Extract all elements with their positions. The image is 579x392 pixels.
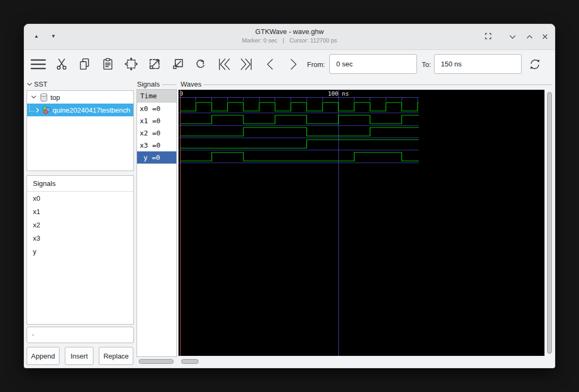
signal-name-list[interactable]: Time x0 =0 x1 =0 x2 =0 x3 =0 y =0 xyxy=(137,89,177,357)
tree-connector xyxy=(29,105,35,112)
wave-trace-x0 xyxy=(180,103,419,111)
zoom-in-icon xyxy=(147,57,163,71)
signal-list-hscrollbar[interactable] xyxy=(139,359,174,364)
component-icon xyxy=(41,105,51,115)
signal-list-label: Signals xyxy=(137,80,160,88)
window-title: GTKWave - wave.ghw xyxy=(24,28,555,36)
signal-row-x1[interactable]: x1 =0 xyxy=(137,115,176,127)
wave-vscrollbar[interactable] xyxy=(547,92,552,354)
undo-icon xyxy=(193,57,208,71)
wave-trace-x2 xyxy=(180,127,419,136)
zoom-out-button[interactable] xyxy=(170,57,186,71)
waves-header: Waves xyxy=(181,80,552,88)
keep-above-button[interactable] xyxy=(483,31,493,41)
copy-button[interactable] xyxy=(78,57,91,71)
zoom-in-button[interactable] xyxy=(147,57,163,71)
from-input[interactable] xyxy=(329,54,417,74)
signal-list-header: Signals xyxy=(137,80,176,88)
skip-to-end-icon xyxy=(239,57,254,72)
time-header[interactable]: Time xyxy=(137,90,176,103)
cut-icon xyxy=(55,57,69,71)
statusline: Marker: 0 sec|Cursor: 112700 ps xyxy=(24,37,555,44)
reload-button[interactable] xyxy=(527,57,543,72)
search-input[interactable] xyxy=(38,327,133,343)
signal-item-x2[interactable]: x2 xyxy=(27,218,133,232)
copy-icon xyxy=(78,57,91,71)
sst-label: SST xyxy=(34,80,47,88)
expander-down-icon[interactable] xyxy=(31,95,37,99)
signal-item-y[interactable]: y xyxy=(27,245,133,258)
zoom-fit-button[interactable] xyxy=(123,57,139,71)
wave-canvas[interactable]: 0100 ns xyxy=(178,90,544,356)
wave-trace-x1 xyxy=(180,115,419,124)
titlebar[interactable]: ▲ ▼ GTKWave - wave.ghw Marker: 0 sec|Cur… xyxy=(24,24,555,50)
expander-down-icon[interactable] xyxy=(27,82,32,87)
expander-right-icon[interactable] xyxy=(36,107,40,113)
tree-item-label: quine20240417testbench xyxy=(53,106,130,114)
chevron-right-icon xyxy=(286,57,300,72)
paste-icon xyxy=(101,57,115,71)
skip-to-start-icon xyxy=(216,57,232,72)
reload-icon xyxy=(527,57,543,72)
maximize-button[interactable] xyxy=(525,34,534,40)
search-icon xyxy=(32,331,35,339)
replace-button[interactable]: Replace xyxy=(99,347,133,365)
minimize-button[interactable] xyxy=(508,34,517,40)
append-button[interactable]: Append xyxy=(27,347,59,365)
signal-item-x1[interactable]: x1 xyxy=(27,205,133,218)
next-edge-button[interactable] xyxy=(286,57,300,72)
close-icon xyxy=(541,33,549,40)
chevron-down-icon xyxy=(508,34,517,40)
keep-above-icon xyxy=(483,31,493,41)
zoom-fit-icon xyxy=(123,57,139,71)
chevron-left-icon xyxy=(263,57,277,72)
skip-to-start-button[interactable] xyxy=(216,57,232,72)
gtkwave-window: ▲ ▼ GTKWave - wave.ghw Marker: 0 sec|Cur… xyxy=(24,24,555,368)
status-separator: | xyxy=(283,37,284,44)
signal-item-x3[interactable]: x3 xyxy=(27,232,133,245)
insert-button[interactable]: Insert xyxy=(65,347,93,365)
prev-edge-button[interactable] xyxy=(263,57,277,72)
waveform-plot: 0100 ns xyxy=(178,90,544,356)
signal-row-x2[interactable]: x2 =0 xyxy=(137,127,176,139)
zoom-out-icon xyxy=(170,57,186,71)
wave-trace-y xyxy=(180,152,419,161)
signals-panel: Signals x0 x1 x2 x3 y xyxy=(27,175,134,325)
signal-row-y-selected[interactable]: y =0 xyxy=(137,151,176,164)
menu-button[interactable] xyxy=(30,58,46,71)
waves-label: Waves xyxy=(181,80,201,88)
cut-button[interactable] xyxy=(55,57,69,71)
signal-item-x0[interactable]: x0 xyxy=(27,192,133,205)
chevron-up-icon xyxy=(525,34,534,40)
from-label: From: xyxy=(307,61,325,69)
sst-tree[interactable]: top quine20240417testbench xyxy=(27,90,134,171)
signal-row-x0[interactable]: x0 =0 xyxy=(137,103,176,115)
signal-search[interactable] xyxy=(27,327,134,343)
to-label: To: xyxy=(422,61,431,69)
wave-hscrollbar[interactable] xyxy=(181,359,199,364)
close-button[interactable] xyxy=(541,33,549,40)
tree-item-top[interactable]: top xyxy=(27,91,133,104)
tree-item-label: top xyxy=(50,93,60,101)
cursor-status: Cursor: 112700 ps xyxy=(289,37,337,44)
tree-item-quine-selected[interactable]: quine20240417testbench xyxy=(27,104,133,116)
to-input[interactable] xyxy=(434,54,522,74)
undo-button[interactable] xyxy=(193,57,208,71)
cylinder-icon xyxy=(40,93,48,102)
skip-to-end-button[interactable] xyxy=(239,57,254,72)
wave-trace-x3 xyxy=(180,140,419,148)
signal-row-x3[interactable]: x3 =0 xyxy=(137,139,176,151)
marker-status: Marker: 0 sec xyxy=(242,37,277,44)
menu-icon xyxy=(30,58,46,71)
sst-header[interactable]: SST xyxy=(27,80,58,88)
paste-button[interactable] xyxy=(101,57,115,71)
signals-panel-title: Signals xyxy=(27,176,133,192)
